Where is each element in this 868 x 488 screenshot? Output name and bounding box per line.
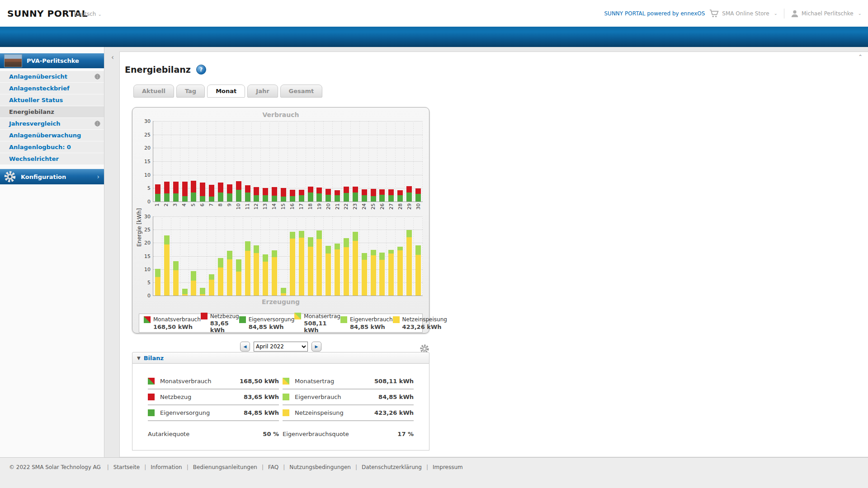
x-axis-tick: 26 (378, 202, 387, 216)
tab-jahr[interactable]: Jahr (247, 84, 278, 98)
sidebar-item-anlagen-berwachung[interactable]: Anlagenüberwachung (0, 130, 104, 141)
footer-link-faq[interactable]: FAQ (268, 464, 278, 470)
day-column (297, 216, 306, 296)
bar-segment-eigenversorgung (227, 193, 232, 202)
bar-segment-eigenversorgung (316, 193, 322, 202)
bar-segment-eigenversorgung (308, 192, 313, 202)
bar-segment-eigenverbrauch (299, 231, 304, 238)
next-month-button[interactable]: ▶ (311, 342, 321, 352)
footer-link-startseite[interactable]: Startseite (113, 464, 140, 470)
x-axis-tick: 10 (234, 202, 243, 216)
user-menu[interactable]: Michael Perlitschke⌄ (791, 9, 862, 18)
bilanz-header[interactable]: ▼ Bilanz (132, 352, 429, 364)
y-axis-tick: 5 (147, 279, 151, 285)
day-column (324, 216, 333, 296)
day-column (306, 121, 315, 202)
sidebar-item-energiebilanz[interactable]: Energiebilanz (0, 106, 104, 117)
legend-name: Monatsverbrauch (153, 316, 201, 323)
stacked-bar-day-8 (218, 216, 223, 296)
day-column (234, 121, 243, 202)
x-axis-tick: 7 (207, 202, 216, 216)
day-column (198, 121, 207, 202)
bilanz-label: Monatsverbrauch (160, 378, 240, 385)
bar-segment-eigenverbrauch (415, 245, 421, 255)
bar-segment-eigenversorgung (236, 190, 241, 202)
bilanz-label: Eigenversorgung (160, 409, 244, 416)
footer-link-information[interactable]: Information (151, 464, 182, 470)
footer-link-impressum[interactable]: Impressum (433, 464, 463, 470)
bar-segment-netzeinspeisung (164, 244, 170, 296)
stacked-bar-day-5 (191, 216, 196, 296)
footer-separator: | (426, 464, 428, 470)
day-column (396, 121, 405, 202)
stacked-bar-day-14 (272, 216, 277, 296)
powered-by-ennexos-link[interactable]: SUNNY PORTAL powered by ennexOS (604, 10, 705, 17)
bar-segment-eigenverbrauch (344, 238, 349, 247)
bar-segment-netzbezug (379, 189, 385, 194)
y-axis-tick: 5 (147, 185, 151, 191)
day-column (377, 216, 387, 296)
tab-gesamt[interactable]: Gesamt (280, 84, 323, 98)
sidebar-item-label: Aktueller Status (9, 97, 63, 103)
bar-segment-eigenversorgung (164, 193, 170, 202)
sidebar-item-jahresvergleich[interactable]: Jahresvergleich (0, 118, 104, 129)
plant-header[interactable]: PVA-Perlitschke (0, 53, 104, 68)
y-axis-tick: 30 (144, 214, 151, 220)
collapse-sidebar-button[interactable]: ‹ (108, 53, 117, 62)
bar-segment-netzbezug (263, 188, 268, 195)
bar-segment-eigenverbrauch (164, 235, 170, 244)
day-column (261, 216, 270, 296)
bar-columns (153, 216, 423, 296)
sidebar-item-anlagenlogbuch-0[interactable]: Anlagenlogbuch: 0 (0, 141, 104, 153)
x-axis-tick: 8 (216, 202, 225, 216)
sidebar-item-anlagensteckbrief[interactable]: Anlagensteckbrief (0, 83, 104, 94)
tab-tag[interactable]: Tag (176, 84, 205, 98)
legend-value: 83,65 kWh (210, 320, 239, 333)
sidebar-item-anlagen-bersicht[interactable]: Anlagenübersicht (0, 71, 104, 82)
language-selector[interactable]: Deutsch⌄ (74, 11, 102, 17)
stacked-bar-day-11 (245, 216, 250, 296)
tab-monat[interactable]: Monat (207, 84, 245, 98)
x-axis-tick: 3 (171, 202, 180, 216)
bar-segment-eigenversorgung (254, 195, 259, 202)
bar-segment-eigenversorgung (281, 197, 286, 202)
bar-segment-netzbezug (254, 187, 259, 195)
bar-segment-netzeinspeisung (218, 267, 223, 296)
bilanz-quote-row: Eigenverbrauchsquote17 % (283, 429, 414, 438)
stacked-bar-day-24 (362, 216, 367, 296)
bar-segment-eigenversorgung (209, 197, 214, 202)
stacked-bar-day-23 (353, 121, 358, 202)
bar-segment-netzeinspeisung (245, 251, 250, 296)
sma-online-store[interactable]: SMA Online Store⌄ (709, 9, 778, 18)
tab-aktuell[interactable]: Aktuell (133, 84, 174, 98)
footer-link-nutzungsbedingungen[interactable]: Nutzungsbedingungen (289, 464, 351, 470)
bar-segment-eigenverbrauch (379, 253, 385, 260)
stacked-bar-day-16 (290, 216, 295, 296)
x-axis-tick: 9 (225, 202, 234, 216)
bar-segment-netzeinspeisung (281, 293, 286, 296)
bilanz-quote-row: Autarkiequote50 % (148, 429, 279, 438)
sidebar-item-konfiguration[interactable]: Konfiguration › (0, 169, 104, 184)
bar-segment-netzbezug (353, 187, 358, 192)
sidebar-item-aktueller-status[interactable]: Aktueller Status (0, 94, 104, 106)
bar-segment-eigenverbrauch (272, 250, 277, 257)
bar-segment-netzeinspeisung (326, 253, 331, 296)
day-column (153, 216, 162, 296)
collapse-up-button[interactable]: ⌃ (856, 54, 864, 61)
chevron-down-icon: ⌄ (774, 11, 778, 16)
month-select[interactable]: April 2022 (254, 342, 308, 352)
bilanz-swatch-red (148, 394, 155, 400)
caret-down-icon: ▼ (137, 356, 141, 361)
sidebar-item-label: Anlagensteckbrief (9, 85, 70, 92)
stacked-bar-day-16 (290, 121, 295, 202)
help-icon[interactable]: ? (196, 65, 206, 75)
user-name: Michael Perlitschke (802, 10, 854, 17)
day-column (351, 216, 360, 296)
previous-month-button[interactable]: ◀ (240, 342, 250, 352)
sidebar-item-wechselrichter[interactable]: Wechselrichter (0, 153, 104, 164)
x-axis-tick: 27 (387, 202, 396, 216)
stacked-bar-day-21 (335, 216, 340, 296)
footer-link-datenschutzerkl-rung[interactable]: Datenschutzerklärung (362, 464, 422, 470)
bar-segment-eigenverbrauch (371, 250, 376, 256)
footer-link-bedienungsanleitungen[interactable]: Bedienungsanleitungen (193, 464, 257, 470)
